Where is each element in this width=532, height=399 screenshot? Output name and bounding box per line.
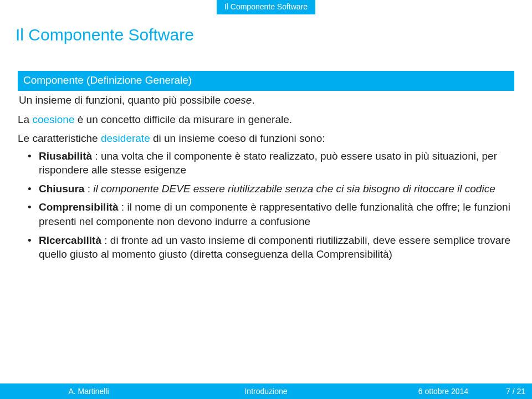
footer-title-cell: Introduzione [177,383,355,399]
block-line1-suffix: . [252,94,254,106]
footer: A. Martinelli Introduzione 6 ottobre 201… [0,383,532,399]
bullet-term: Comprensibilità [39,201,119,213]
p1-before: La [18,114,32,125]
block-heading: Componente (Definizione Generale) [23,74,192,86]
topbar: Il Componente Software [0,0,532,14]
paragraph-coesione: La coesione è un concetto difficile da m… [18,112,514,127]
bullet-term: Chiusura [39,183,84,195]
paragraph-desiderate: Le caratteristiche desiderate di un insi… [18,131,514,146]
block-title-bar: Componente (Definizione Generale) [18,71,514,91]
bullet-text: : di fronte ad un vasto insieme di compo… [39,234,510,260]
section-chip: Il Componente Software [217,0,315,14]
footer-title: Introduzione [244,387,287,396]
p2-after: di un insieme coeso di funzioni sono: [150,132,325,144]
block-body: Un insieme di funzioni, quanto più possi… [18,91,514,109]
p2-term: desiderate [101,132,150,144]
block-line1-emph: coese [224,94,252,106]
block-line1-prefix: Un insieme di funzioni, quanto più possi… [19,94,224,106]
list-item: Ricercabilità : di fronte ad un vasto in… [28,233,514,262]
list-item: Comprensibilità : il nome di un componen… [28,200,514,228]
slide: Il Componente Software Il Componente Sof… [0,0,532,399]
bullet-before: : [84,183,93,195]
bullet-emph: il componente DEVE essere riutilizzabile… [93,183,495,195]
p2-before: Le caratteristiche [18,132,101,144]
bullet-list: Riusabilità : una volta che il component… [18,149,514,262]
footer-date: 6 ottobre 2014 [418,387,468,396]
bullet-text: : una volta che il componente è stato re… [39,150,497,176]
p1-term: coesione [32,114,74,125]
bullet-term: Ricercabilità [39,234,101,246]
content-area: Componente (Definizione Generale) Un ins… [0,50,532,383]
section-label: Il Componente Software [224,2,308,11]
footer-date-cell: 6 ottobre 2014 7 / 21 [355,383,532,399]
footer-author-cell: A. Martinelli [0,383,177,399]
frame-title: Il Componente Software [0,14,532,50]
bullet-term: Riusabilità [39,150,92,162]
list-item: Chiusura : il componente DEVE essere riu… [28,182,514,196]
footer-page: 7 / 21 [506,387,525,396]
p1-after: è un concetto difficile da misurare in g… [74,114,292,125]
list-item: Riusabilità : una volta che il component… [28,149,514,177]
footer-author: A. Martinelli [68,387,109,396]
